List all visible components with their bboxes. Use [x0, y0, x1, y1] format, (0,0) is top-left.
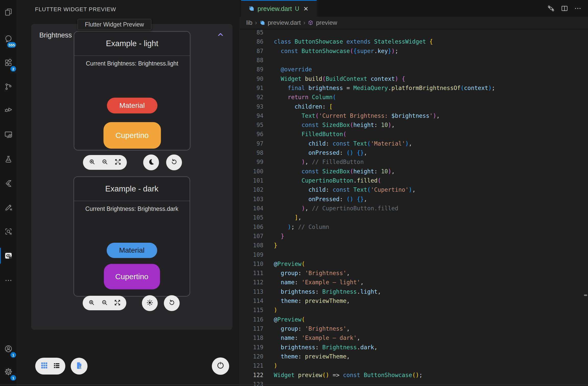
code-line[interactable]: 93 children: [: [240, 102, 588, 111]
code-line[interactable]: 102 child: const Text('Cupertino'),: [240, 185, 588, 194]
scrollbar-thumb[interactable]: [584, 294, 587, 296]
remote-explorer-icon[interactable]: [0, 127, 17, 142]
flutter-icon[interactable]: [0, 176, 17, 191]
line-content: }: [274, 241, 277, 250]
code-line[interactable]: 88: [240, 56, 588, 65]
refresh-button[interactable]: [166, 155, 182, 170]
code-line[interactable]: 105 ],: [240, 213, 588, 222]
code-area[interactable]: 8586class ButtonShowcase extends Statele…: [240, 28, 588, 386]
code-line[interactable]: 121): [240, 361, 588, 370]
restart-preview-button[interactable]: [212, 357, 229, 375]
refresh-button[interactable]: [164, 295, 180, 311]
more-icon[interactable]: [0, 273, 17, 288]
breadcrumb: lib › preview.dart › preview: [240, 17, 588, 29]
code-line[interactable]: 106 ); // Column: [240, 222, 588, 231]
edit-session-icon[interactable]: [0, 200, 17, 214]
preview-card-title: Example - light: [74, 32, 190, 56]
tab-preview-dart[interactable]: preview.dart U ✕: [241, 0, 317, 17]
expand-icon[interactable]: [114, 158, 122, 167]
sun-icon: [146, 299, 154, 307]
screenshot-search-icon[interactable]: [0, 224, 17, 239]
code-line[interactable]: 119 brightness: Brightness.dark,: [240, 343, 588, 352]
code-line[interactable]: 101 CupertinoButton.filled(: [240, 176, 588, 185]
window-bottom-border: [0, 384, 588, 385]
line-number: 96: [240, 130, 263, 139]
code-line[interactable]: 112 name: 'Example – light',: [240, 278, 588, 287]
code-line[interactable]: 99 ), // FilledButton: [240, 157, 588, 166]
code-line[interactable]: 100 const SizedBox(height: 10),: [240, 167, 588, 176]
run-debug-icon[interactable]: [0, 102, 17, 117]
cupertino-button[interactable]: Cupertino: [104, 264, 160, 289]
open-file-preview-button[interactable]: [71, 358, 88, 375]
code-line[interactable]: 116@Preview(: [240, 315, 588, 324]
code-line[interactable]: 114 theme: previewTheme,: [240, 296, 588, 305]
code-line[interactable]: 86class ButtonShowcase extends Stateless…: [240, 37, 588, 46]
code-line[interactable]: 104 ), // CupertinoButton.filled: [240, 204, 588, 213]
code-line[interactable]: 103 onPressed: () {},: [240, 195, 588, 204]
line-content: ); // Column: [274, 222, 329, 231]
chevron-right-icon: ›: [255, 19, 257, 26]
code-line[interactable]: 108}: [240, 241, 588, 250]
zoom-out-icon[interactable]: [101, 158, 109, 167]
accounts-icon[interactable]: 1: [0, 342, 17, 356]
code-line[interactable]: 85: [240, 28, 588, 37]
settings-badge: 1: [10, 375, 16, 381]
theme-toggle-button[interactable]: [143, 155, 159, 170]
code-line[interactable]: 120 theme: previewTheme,: [240, 352, 588, 361]
line-number: 108: [240, 241, 263, 250]
line-content: brightness: Brightness.light,: [274, 287, 381, 296]
refresh-icon: [168, 299, 176, 307]
compare-changes-icon[interactable]: [546, 4, 556, 13]
code-line[interactable]: 98 onPressed: () {},: [240, 148, 588, 157]
code-line[interactable]: 87 const ButtonShowcase({super.key});: [240, 46, 588, 56]
code-line[interactable]: 96 FilledButton(: [240, 130, 588, 139]
grid-view-icon[interactable]: [40, 362, 48, 371]
code-line[interactable]: 113 brightness: Brightness.light,: [240, 287, 588, 296]
collapse-chevron-icon[interactable]: [217, 31, 224, 40]
zoom-in-icon[interactable]: [88, 299, 95, 307]
code-line[interactable]: 109: [240, 250, 588, 259]
breadcrumb-folder[interactable]: lib: [246, 19, 252, 26]
code-line[interactable]: 123: [240, 380, 588, 386]
more-actions-icon[interactable]: [573, 4, 583, 13]
code-line[interactable]: 90 Widget build(BuildContext context) {: [240, 74, 588, 83]
close-icon[interactable]: ✕: [303, 6, 308, 12]
explorer-icon[interactable]: [0, 5, 17, 19]
chat-icon[interactable]: 555: [0, 32, 17, 46]
code-line[interactable]: 115): [240, 305, 588, 315]
breadcrumb-file[interactable]: preview.dart: [268, 19, 301, 26]
file-target-icon: [75, 362, 83, 371]
material-button[interactable]: Material: [107, 243, 157, 258]
group-title: Brightness: [39, 31, 72, 39]
extensions-icon[interactable]: 2: [0, 56, 17, 70]
source-control-icon[interactable]: [0, 80, 17, 94]
theme-toggle-button[interactable]: [142, 295, 158, 311]
code-line[interactable]: 110@Preview(: [240, 259, 588, 268]
cupertino-button[interactable]: Cupertino: [103, 122, 161, 149]
code-line[interactable]: 117 group: 'Brightness',: [240, 324, 588, 333]
code-line[interactable]: 92 return Column(: [240, 93, 588, 102]
split-editor-icon[interactable]: [560, 4, 569, 13]
zoom-controls: [83, 296, 126, 310]
code-line[interactable]: 91 final brightness = MediaQuery.platfor…: [240, 83, 588, 93]
line-content: group: 'Brightness',: [274, 268, 350, 278]
testing-icon[interactable]: [0, 152, 17, 166]
expand-icon[interactable]: [114, 299, 121, 307]
zoom-in-icon[interactable]: [88, 158, 96, 167]
flutter-widget-preview-icon[interactable]: [0, 249, 17, 263]
list-view-icon[interactable]: [53, 362, 60, 370]
code-line[interactable]: 97 child: const Text('Material'),: [240, 139, 588, 148]
code-line[interactable]: 107 }: [240, 231, 588, 241]
material-button[interactable]: Material: [107, 98, 157, 113]
code-line[interactable]: 89 @override: [240, 65, 588, 74]
code-line[interactable]: 122Widget preview() => const ButtonShowc…: [240, 370, 588, 380]
breadcrumb-symbol[interactable]: preview: [316, 19, 337, 26]
code-line[interactable]: 111 group: 'Brightness',: [240, 268, 588, 278]
code-line[interactable]: 94 Text('Current Brightness: $brightness…: [240, 111, 588, 120]
line-content: ), // CupertinoButton.filled: [274, 204, 398, 213]
code-line[interactable]: 95 const SizedBox(height: 10),: [240, 120, 588, 130]
line-number: 110: [240, 259, 263, 268]
settings-gear-icon[interactable]: 1: [0, 365, 17, 379]
code-line[interactable]: 118 name: 'Example – dark',: [240, 333, 588, 342]
zoom-out-icon[interactable]: [101, 299, 108, 307]
